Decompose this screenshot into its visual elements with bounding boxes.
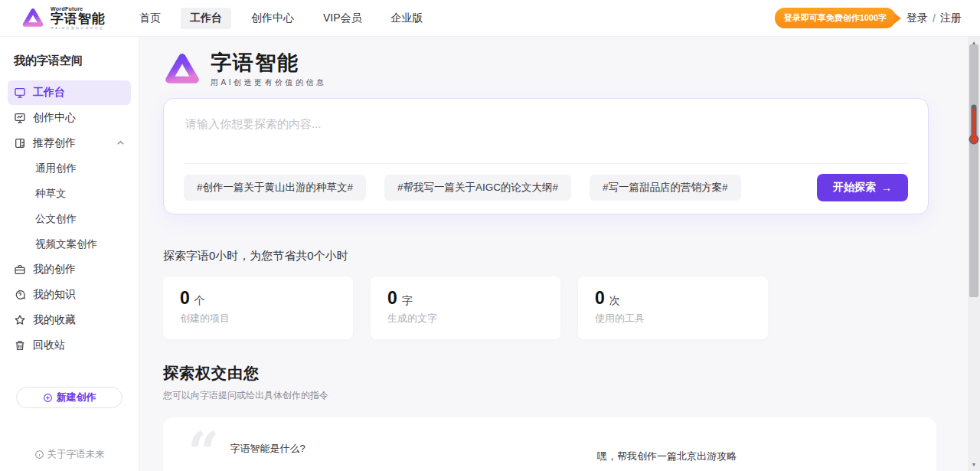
start-explore-label: 开始探索 — [833, 181, 876, 195]
login-link[interactable]: 登录 — [906, 11, 928, 25]
sidebar-item-creation-center[interactable]: 创作中心 — [8, 106, 131, 130]
brand-triangle-icon — [21, 8, 44, 29]
example-prompts-card: “ 字语智能是什么? 嘿，帮我创作一篇北京出游攻略 — [163, 417, 936, 471]
login-promo-badge[interactable]: 登录即可享免费创作1000字 — [775, 8, 896, 28]
vertical-scrollbar[interactable]: ▲ ▼ — [968, 37, 980, 471]
sidebar-item-label: 我的收藏 — [33, 313, 76, 327]
new-creation-label: 新建创作 — [57, 391, 96, 404]
panel-check-icon — [14, 137, 26, 149]
auth-slash: / — [933, 12, 936, 25]
sidebar-title: 我的字语空间 — [8, 54, 131, 68]
sidebar-subitem-official-document[interactable]: 公文创作 — [8, 207, 131, 231]
sidebar-subitem-seeding-article[interactable]: 种草文 — [8, 182, 131, 206]
arrow-right-icon: → — [881, 182, 892, 194]
new-creation-button[interactable]: 新建创作 — [16, 387, 122, 408]
nav-item-creation-center[interactable]: 创作中心 — [242, 8, 303, 29]
suggestion-chip-dessert[interactable]: #写一篇甜品店的营销方案# — [590, 175, 741, 201]
monitor-icon — [14, 87, 26, 99]
sidebar-item-recommended-creation[interactable]: 推荐创作 — [8, 131, 131, 155]
stat-label: 使用的工具 — [595, 312, 751, 325]
nav-item-workbench[interactable]: 工作台 — [181, 8, 231, 29]
example-prompt-text: 字语智能是什么? — [230, 442, 305, 456]
stats-summary: 探索字语0小时，为您节省共0个小时 — [163, 249, 980, 263]
example-prompt-item[interactable]: 嘿，帮我创作一篇北京出游攻略 — [562, 425, 936, 471]
scrollbar-thumb[interactable] — [969, 44, 978, 297]
register-link[interactable]: 注册 — [940, 11, 962, 25]
chat-question-icon — [14, 289, 26, 301]
stat-unit: 个 — [194, 294, 205, 308]
brand-logo[interactable]: WordFuture 字语智能 用AI创造更有价值的信息 — [21, 6, 106, 30]
sidebar-item-label: 回收站 — [33, 339, 65, 352]
stat-label: 生成的文字 — [387, 312, 544, 325]
about-label: 关于字语未来 — [47, 448, 105, 461]
nav-item-vip[interactable]: VIP会员 — [314, 8, 371, 29]
briefcase-icon — [14, 263, 26, 276]
main-nav: 首页 工作台 创作中心 VIP会员 企业版 — [130, 8, 433, 29]
sidebar-item-workbench[interactable]: 工作台 — [8, 80, 131, 105]
stat-value: 0 — [595, 288, 605, 309]
stat-card-words: 0 字 生成的文字 — [371, 276, 560, 339]
example-prompt-text: 嘿，帮我创作一篇北京出游攻略 — [597, 450, 737, 463]
stat-value: 0 — [180, 288, 190, 309]
suggestion-chip-huangshan[interactable]: #创作一篇关于黄山出游的种草文# — [184, 175, 366, 201]
explore-section-subtitle: 您可以向字语提问或给出具体创作的指令 — [163, 389, 980, 402]
trash-icon — [14, 339, 26, 352]
chevron-up-icon[interactable] — [116, 137, 125, 149]
search-input[interactable]: 请输入你想要探索的内容... — [164, 99, 928, 163]
stat-label: 创建的项目 — [180, 312, 336, 325]
search-suggestions-row: #创作一篇关于黄山出游的种草文# #帮我写一篇关于AIGC的论文大纲# #写一篇… — [184, 163, 908, 214]
stat-value: 0 — [387, 288, 397, 309]
sidebar-item-label: 我的知识 — [33, 288, 76, 302]
stat-unit: 次 — [609, 294, 620, 308]
scrollbar-down-arrow[interactable]: ▼ — [968, 459, 980, 469]
star-icon — [14, 314, 26, 326]
nav-item-enterprise[interactable]: 企业版 — [382, 8, 433, 29]
plus-circle-icon — [43, 393, 53, 403]
sidebar-item-my-knowledge[interactable]: 我的知识 — [8, 283, 131, 307]
sidebar-item-label: 我的创作 — [33, 263, 76, 276]
suggestion-chip-aigc[interactable]: #帮我写一篇关于AIGC的论文大纲# — [384, 175, 571, 201]
stat-unit: 字 — [402, 294, 413, 308]
sidebar-subitem-general-creation[interactable]: 通用创作 — [8, 156, 131, 181]
hero-triangle-icon — [163, 52, 201, 87]
auth-links: 登录 / 注册 — [906, 11, 962, 25]
hero-title: 字语智能 — [211, 52, 326, 75]
start-explore-button[interactable]: 开始探索 → — [817, 174, 908, 201]
brand-tiny-tagline: 用AI创造更有价值的信息 — [51, 27, 106, 30]
stat-card-projects: 0 个 创建的项目 — [163, 276, 353, 339]
monitor-chart-icon — [14, 112, 26, 124]
about-wordfuture-link[interactable]: 关于字语未来 — [8, 448, 131, 461]
info-circle-icon — [34, 450, 44, 460]
brand-word-mark: 字语智能 — [51, 12, 106, 25]
sidebar-subitem-video-script[interactable]: 视频文案创作 — [8, 232, 131, 257]
main-content: 字语智能 用AI创造更有价值的信息 请输入你想要探索的内容... #创作一篇关于… — [139, 37, 980, 471]
thermometer-icon — [969, 104, 979, 149]
explore-section-title: 探索权交由您 — [163, 363, 980, 384]
search-card: 请输入你想要探索的内容... #创作一篇关于黄山出游的种草文# #帮我写一篇关于… — [163, 98, 929, 214]
sidebar-item-recycle-bin[interactable]: 回收站 — [8, 333, 131, 358]
sidebar: 我的字语空间 工作台 创作中心 推荐创作 通用创作 种草文 公文创作 视频文案创 — [0, 37, 139, 471]
sidebar-item-my-favorites[interactable]: 我的收藏 — [8, 308, 131, 332]
sidebar-item-label: 创作中心 — [33, 111, 76, 125]
hero-tagline: 用AI创造更有价值的信息 — [211, 77, 326, 88]
sidebar-item-label: 推荐创作 — [33, 136, 76, 150]
top-header: WordFuture 字语智能 用AI创造更有价值的信息 首页 工作台 创作中心… — [0, 0, 980, 37]
hero-brand: 字语智能 用AI创造更有价值的信息 — [163, 52, 980, 88]
brand-super-text: WordFuture — [51, 6, 106, 11]
quote-mark-icon: “ — [188, 428, 219, 471]
stat-card-tools: 0 次 使用的工具 — [578, 276, 768, 339]
stats-row: 0 个 创建的项目 0 字 生成的文字 0 次 使用的工具 — [163, 276, 980, 339]
sidebar-item-my-creations[interactable]: 我的创作 — [8, 257, 131, 282]
nav-item-home[interactable]: 首页 — [130, 8, 170, 29]
example-prompt-item[interactable]: “ 字语智能是什么? — [188, 425, 562, 471]
sidebar-item-label: 工作台 — [33, 86, 65, 100]
